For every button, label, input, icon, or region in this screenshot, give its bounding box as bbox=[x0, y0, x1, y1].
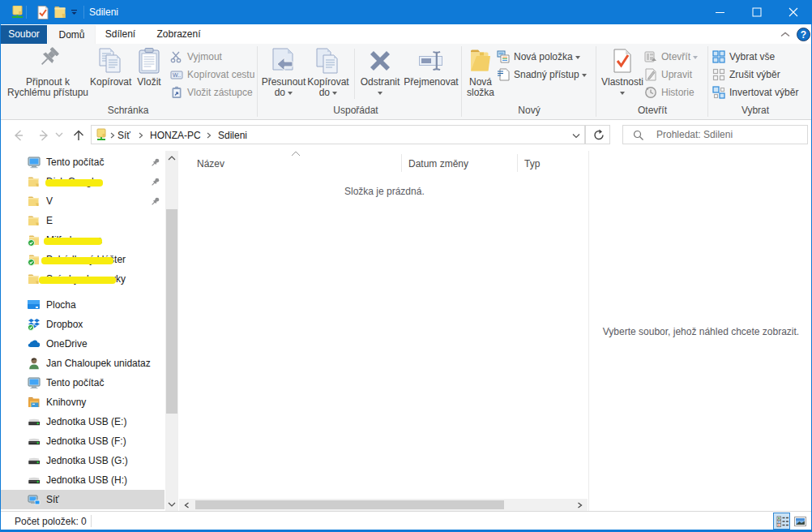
svg-text:?: ? bbox=[801, 29, 806, 41]
svg-text:W..: W.. bbox=[173, 72, 181, 78]
